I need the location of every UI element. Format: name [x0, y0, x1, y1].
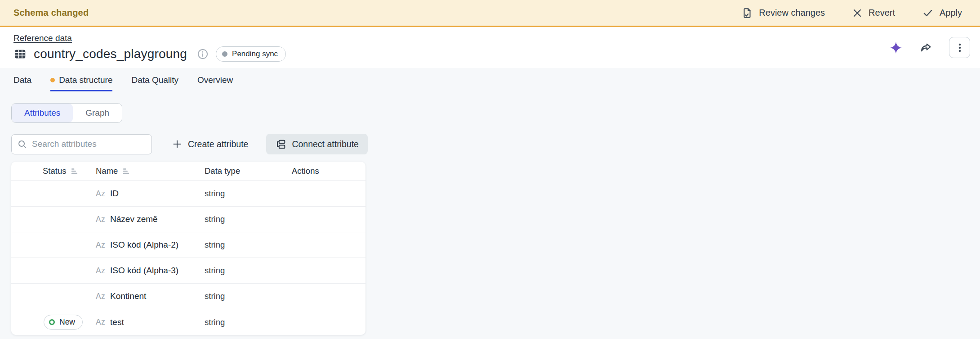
connect-icon: [275, 139, 286, 150]
connect-attribute-label: Connect attribute: [292, 139, 359, 149]
type-cell: string: [205, 291, 292, 301]
attribute-type: string: [205, 266, 225, 275]
apply-label: Apply: [940, 8, 962, 18]
ai-sparkle-icon: [889, 41, 903, 55]
banner-actions: Review changes Revert Apply: [741, 7, 962, 19]
tab-data-quality-label: Data Quality: [131, 75, 178, 85]
table-row[interactable]: New Az test string: [11, 309, 365, 335]
type-cell: string: [205, 266, 292, 276]
attribute-name: test: [110, 317, 124, 327]
kebab-menu-icon: [954, 42, 966, 54]
search-box: [11, 134, 152, 154]
attribute-name: ISO kód (Alpha-2): [110, 240, 178, 250]
type-cell: string: [205, 240, 292, 250]
revert-label: Revert: [869, 8, 895, 18]
tab-data[interactable]: Data: [13, 75, 31, 91]
tab-overview[interactable]: Overview: [197, 75, 233, 91]
create-attribute-button[interactable]: Create attribute: [172, 139, 248, 149]
sort-icon[interactable]: [70, 167, 79, 176]
page-title: country_codes_playgroung: [34, 47, 187, 61]
attribute-type: string: [205, 317, 225, 327]
attribute-type: string: [205, 214, 225, 224]
share-icon: [919, 41, 933, 54]
attribute-type: string: [205, 240, 225, 249]
attribute-table-body: Az ID string Az Název země string Az ISO…: [11, 181, 365, 335]
attribute-name: Kontinent: [110, 291, 146, 301]
revert-button[interactable]: Revert: [852, 8, 895, 18]
table-row[interactable]: Az Kontinent string: [11, 284, 365, 309]
toggle-attributes[interactable]: Attributes: [12, 104, 73, 122]
new-status-icon: [49, 319, 55, 325]
tab-overview-label: Overview: [197, 75, 233, 85]
review-changes-button[interactable]: Review changes: [741, 7, 825, 19]
table-row[interactable]: Az ISO kód (Alpha-2) string: [11, 232, 365, 258]
table-icon: [13, 47, 27, 61]
search-input[interactable]: [32, 139, 146, 149]
review-changes-icon: [741, 7, 753, 19]
share-button[interactable]: [919, 41, 933, 54]
table-row[interactable]: Az ID string: [11, 181, 365, 207]
tab-data-label: Data: [13, 75, 31, 85]
header-action-icons: [889, 37, 970, 58]
name-cell[interactable]: Az test: [96, 317, 205, 327]
attribute-type: string: [205, 291, 225, 301]
connect-attribute-button[interactable]: Connect attribute: [266, 134, 368, 154]
name-cell[interactable]: Az ISO kód (Alpha-3): [96, 266, 205, 276]
string-type-az-icon: Az: [96, 317, 105, 327]
attributes-table: Status Name: [11, 162, 365, 335]
banner-message: Schema changed: [13, 8, 89, 18]
string-type-az-icon: Az: [96, 189, 105, 199]
string-type-az-icon: Az: [96, 266, 105, 276]
search-icon: [17, 139, 27, 149]
title-row: country_codes_playgroung Pending sync: [13, 46, 286, 62]
create-attribute-label: Create attribute: [188, 139, 248, 149]
column-header-name[interactable]: Name: [96, 166, 205, 176]
name-cell[interactable]: Az ISO kód (Alpha-2): [96, 240, 205, 250]
check-icon: [922, 7, 934, 19]
table-row[interactable]: Az Název země string: [11, 207, 365, 232]
plus-icon: [172, 139, 183, 149]
sort-icon[interactable]: [122, 167, 130, 176]
title-block: Reference data country_codes_playgroung: [13, 33, 286, 62]
type-cell: string: [205, 317, 292, 327]
table-header-row: Status Name: [11, 162, 365, 181]
attribute-name: ID: [110, 189, 119, 199]
ai-sparkle-button[interactable]: [889, 41, 903, 55]
info-icon[interactable]: [197, 48, 209, 60]
column-header-name-label: Name: [96, 166, 118, 176]
kebab-menu-button[interactable]: [949, 37, 970, 58]
status-badge: Pending sync: [216, 46, 286, 62]
name-cell[interactable]: Az ID: [96, 189, 205, 199]
column-header-datatype: Data type: [205, 166, 292, 176]
page-header: Reference data country_codes_playgroung: [0, 27, 980, 68]
attribute-type: string: [205, 189, 225, 198]
x-icon: [852, 8, 863, 18]
column-header-status[interactable]: Status: [11, 166, 96, 176]
pending-dot-icon: [222, 51, 227, 57]
column-header-actions: Actions: [292, 166, 365, 176]
column-header-status-label: Status: [43, 166, 66, 176]
attributes-toolbar: Create attribute Connect attribute: [11, 134, 980, 154]
change-dot-icon: [50, 78, 55, 82]
status-badge-label: Pending sync: [232, 50, 278, 59]
tab-data-quality[interactable]: Data Quality: [131, 75, 178, 91]
string-type-az-icon: Az: [96, 292, 105, 301]
view-toggle: Attributes Graph: [11, 103, 122, 123]
column-header-actions-label: Actions: [292, 166, 319, 176]
tab-data-structure[interactable]: Data structure: [50, 75, 112, 91]
attribute-name: Název země: [110, 214, 158, 224]
breadcrumb[interactable]: Reference data: [13, 33, 72, 43]
review-changes-label: Review changes: [759, 8, 825, 18]
name-cell[interactable]: Az Kontinent: [96, 291, 205, 301]
attribute-name: ISO kód (Alpha-3): [110, 266, 178, 276]
toggle-graph[interactable]: Graph: [73, 104, 122, 122]
name-cell[interactable]: Az Název země: [96, 214, 205, 224]
tab-bar: Data Data structure Data Quality Overvie…: [0, 68, 980, 91]
table-row[interactable]: Az ISO kód (Alpha-3) string: [11, 258, 365, 284]
string-type-az-icon: Az: [96, 240, 105, 250]
apply-button[interactable]: Apply: [922, 7, 962, 19]
schema-changed-banner: Schema changed Review changes Revert: [0, 0, 980, 27]
status-badge-label: New: [59, 317, 75, 327]
tab-data-structure-label: Data structure: [59, 75, 112, 85]
status-cell: New: [11, 315, 96, 330]
